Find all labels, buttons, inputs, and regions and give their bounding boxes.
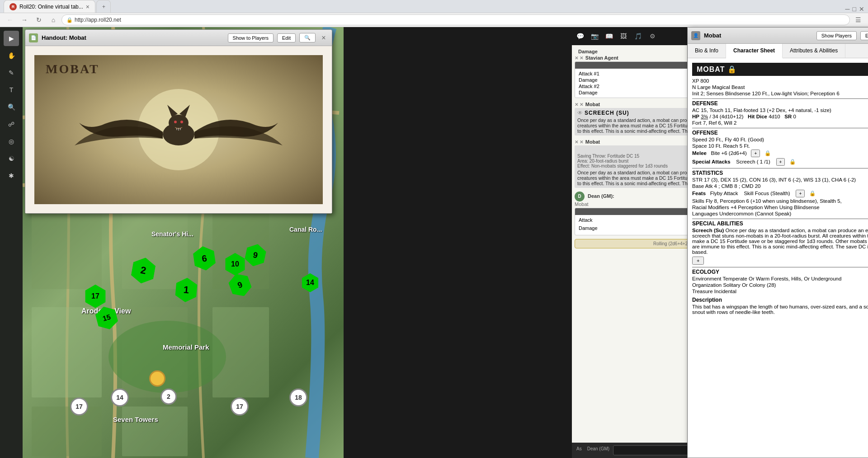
active-tab[interactable]: R Roll20: Online virtual tab... × [4,0,95,13]
tab-title: Roll20: Online virtual tab... [19,4,83,10]
pan-tool[interactable]: ✋ [4,48,19,63]
char-edit-button[interactable]: Edit [860,31,868,40]
dean-msg: Mobat [575,201,589,207]
handout-header: 📄 Handout: Mobat Show to Players Edit 🔍 … [25,30,332,46]
dice-token-15[interactable]: 15 [92,304,121,332]
home-button[interactable]: ⌂ [47,14,60,26]
lock-icon: 🔒 [66,17,73,23]
url-bar[interactable]: 🔒 http://app.roll20.net [61,14,850,25]
draw-tool[interactable]: ✎ [4,65,19,80]
camera-tab[interactable]: 📷 [588,30,601,42]
browser-chrome: R Roll20: Online virtual tab... × + ─ □ … [0,0,868,27]
text-tool[interactable]: T [4,82,19,98]
init-line: Init 2; Senses Blindsense 120 Ft., Low-l… [692,91,868,96]
token-circle-2[interactable]: 2 [160,388,177,405]
svg-rect-12 [32,407,102,456]
dice-token-10[interactable]: 10 [224,253,246,276]
zoom-tool[interactable]: 🔍 [4,99,19,115]
browser-tabs: R Roll20: Online virtual tab... × + ─ □ … [0,0,868,13]
refresh-button[interactable]: ↻ [33,14,45,26]
dice-token-9-1[interactable]: 9 [225,270,255,300]
dice-token-2[interactable]: 2 [128,255,158,285]
journal-tab[interactable]: 📖 [603,30,615,42]
forward-button[interactable]: → [18,14,31,26]
screech-add-button[interactable]: + [692,257,704,265]
handout-icon: 📄 [29,33,38,42]
languages-line: Languages Undercommon (Cannot Speak) [692,211,868,216]
menu-button[interactable]: ☰ [852,14,864,26]
art-tab[interactable]: 🖼 [617,30,630,42]
music-tab[interactable]: 🎵 [632,30,644,42]
feats-line: Feats Flyby Attack Skill Focus (Stealth)… [692,190,868,197]
speed-line: Speed 20 Ft., Fly 40 Ft. (Good) [692,137,868,142]
melee-add-button[interactable]: + [751,150,760,157]
tab-attributes-abilities[interactable]: Attributes & Abilities [783,44,845,58]
mobat-image: MOBAT [34,55,323,204]
handout-edit-button[interactable]: Edit [277,33,296,42]
settings-tab[interactable]: ⚙ [646,30,659,42]
dice-token-9-2[interactable]: 9 [242,242,269,268]
char-tabs: Bio & Info Character Sheet Attributes & … [688,44,868,58]
tab-bio-info[interactable]: Bio & Info [688,44,726,58]
monster-name: MOBAT 🔒 [697,65,737,74]
special-abilities-header: SPECIAL ABILITIES [692,219,868,227]
handout-close-button[interactable]: × [319,33,328,42]
token-circle-17-1[interactable]: 17 [231,397,249,416]
restore-button[interactable]: □ [853,5,856,13]
organization-line: Organization Solitary Or Colony (28) [692,282,868,288]
chat-as-name: Dean (GM) [585,445,611,455]
delete-x-mobat1[interactable]: ✕ ✕ [575,102,583,107]
feats-add-button[interactable]: + [796,190,805,197]
misc-tool[interactable]: ✱ [4,168,19,183]
dean-name: Dean (GM): [588,193,614,199]
back-button[interactable]: ← [4,14,16,26]
url-text: http://app.roll20.net [75,17,121,23]
svg-rect-11 [212,307,269,397]
screech-ability-line: Screech (Su) Once per day as a standard … [692,228,868,255]
map-toolbar: ▶ ✋ ✎ T 🔍 ☍ ◎ ☯ ✱ [0,27,23,458]
inactive-tab[interactable]: + [96,0,111,13]
melee-line: Melee Bite +6 (2d6+4) + 🔒 [692,150,868,157]
skills-line: Skills Fly 8, Perception 6 (+10 when usi… [692,198,868,204]
damage-label: Damage [576,48,599,55]
screech-title1: SCREECH (Su) [585,110,629,116]
dice-token-1[interactable]: 1 [173,277,200,304]
chat-tab[interactable]: 💬 [574,30,586,42]
handout-content: MOBAT [25,46,332,213]
token-circle-18[interactable]: 18 [289,388,307,407]
svg-point-21 [180,121,183,123]
visibility-eye-1[interactable]: 👁 [577,110,583,116]
canal-label: Canal Ro... [289,226,322,233]
ecology-header: ECOLOGY [692,267,868,275]
special-add-button[interactable]: + [776,158,785,166]
map-area: ▶ ✋ ✎ T 🔍 ☍ ◎ ☯ ✱ [0,27,344,458]
char-sheet-icon: 👤 [691,31,700,40]
minimize-button[interactable]: ─ [845,5,850,13]
handout-show-players-button[interactable]: Show to Players [228,33,274,42]
token-yellow[interactable] [149,370,165,387]
clock-tool[interactable]: ◎ [4,134,19,149]
close-window-button[interactable]: ✕ [859,5,864,13]
char-show-players-button[interactable]: Show Players [816,31,857,40]
dice-token-17[interactable]: 17 [84,285,107,308]
delete-x-mobat2[interactable]: ✕ ✕ [575,140,583,145]
tab-character-sheet[interactable]: Character Sheet [726,44,783,58]
compass-tool[interactable]: ☯ [4,151,19,166]
dice-token-14[interactable]: 14 [301,273,320,292]
token-circle-14-1[interactable]: 14 [111,388,129,407]
damage1-label: Damage [579,77,598,83]
select-tool[interactable]: ▶ [4,31,19,46]
racial-line: Racial Modifiers +4 Perception When Usin… [692,205,868,210]
treasure-line: Treasure Incidental [692,289,868,294]
statistics-header: STATISTICS [692,168,868,176]
handout-search-button[interactable]: 🔍 [299,33,316,42]
ruler-tool[interactable]: ☍ [4,117,19,132]
dice-token-6[interactable]: 6 [191,245,218,272]
bite-attack-label: Attack [579,217,593,224]
tab-close-button[interactable]: × [86,3,90,10]
stat-name-bar: MOBAT 🔒 CR 3 [692,63,868,76]
token-circle-17-2[interactable]: 17 [70,397,88,416]
environment-line: Environment Temperate Or Warm Forests, H… [692,276,868,281]
delete-x-stavian[interactable]: ✕ ✕ [575,56,583,61]
seven-towers-label: Seven Towers [113,416,158,423]
